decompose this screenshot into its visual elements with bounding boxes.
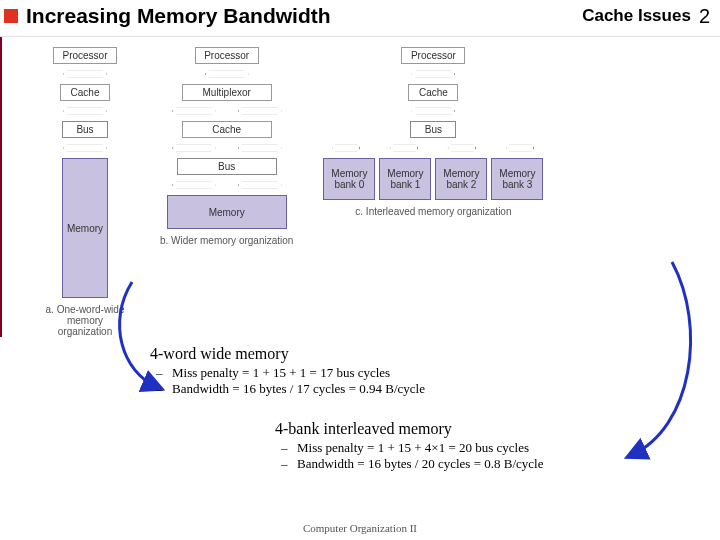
connector-icon <box>411 107 455 114</box>
bullet-icon <box>4 9 18 23</box>
connector-icon <box>506 144 534 151</box>
page-number: 2 <box>699 5 710 28</box>
section-heading: 4-word wide memory <box>150 345 590 363</box>
diagram-a: Processor Cache Bus Memory a. One-word-w… <box>40 47 130 337</box>
bus-box: Bus <box>62 121 108 138</box>
connector-icon <box>332 144 360 151</box>
cache-box: Cache <box>408 84 458 101</box>
memory-bank: Memory bank 2 <box>435 158 487 200</box>
processor-box: Processor <box>401 47 465 64</box>
diagram-c: Processor Cache Bus Memory bank 0 Memory… <box>323 47 543 217</box>
memory-bank: Memory bank 1 <box>379 158 431 200</box>
memory-bank-row: Memory bank 0 Memory bank 1 Memory bank … <box>323 158 543 200</box>
section-interleaved-memory: 4-bank interleaved memory Miss penalty =… <box>275 420 695 473</box>
connector-icon <box>411 70 455 77</box>
content-area: Processor Cache Bus Memory a. One-word-w… <box>0 37 720 337</box>
diagram-b: Processor Multiplexor Cache Bus Memory b… <box>160 47 293 246</box>
topic-label: Cache Issues <box>582 6 691 26</box>
connector-icon <box>238 107 282 114</box>
processor-box: Processor <box>195 47 259 64</box>
processor-box: Processor <box>53 47 117 64</box>
connector-icon <box>172 107 216 114</box>
connector-icon <box>63 107 107 114</box>
title-bar: Increasing Memory Bandwidth Cache Issues… <box>0 0 720 37</box>
header-right: Cache Issues 2 <box>582 5 710 28</box>
connector-icon <box>172 181 216 188</box>
multiplexor-box: Multiplexor <box>182 84 272 101</box>
bullet-item: Bandwidth = 16 bytes / 20 cycles = 0.8 B… <box>297 456 695 472</box>
section-heading: 4-bank interleaved memory <box>275 420 695 438</box>
bullet-item: Miss penalty = 1 + 15 + 1 = 17 bus cycle… <box>172 365 590 381</box>
connector-icon <box>63 144 107 151</box>
bus-box: Bus <box>177 158 277 175</box>
connector-icon <box>390 144 418 151</box>
diagram-caption: a. One-word-wide memory organization <box>40 304 130 337</box>
bus-box: Bus <box>410 121 456 138</box>
connector-icon <box>172 144 216 151</box>
page-title: Increasing Memory Bandwidth <box>26 4 582 28</box>
memory-bank: Memory bank 3 <box>491 158 543 200</box>
memory-box: Memory <box>62 158 108 298</box>
cache-box: Cache <box>182 121 272 138</box>
footer-text: Computer Organization II <box>0 522 720 534</box>
memory-box: Memory <box>167 195 287 229</box>
bullet-item: Bandwidth = 16 bytes / 17 cycles = 0.94 … <box>172 381 590 397</box>
diagram-caption: c. Interleaved memory organization <box>355 206 511 217</box>
memory-bank: Memory bank 0 <box>323 158 375 200</box>
diagram-row: Processor Cache Bus Memory a. One-word-w… <box>10 43 712 337</box>
connector-icon <box>63 70 107 77</box>
bullet-item: Miss penalty = 1 + 15 + 4×1 = 20 bus cyc… <box>297 440 695 456</box>
section-wide-memory: 4-word wide memory Miss penalty = 1 + 15… <box>150 345 590 398</box>
diagram-caption: b. Wider memory organization <box>160 235 293 246</box>
connector-icon <box>238 144 282 151</box>
connector-icon <box>448 144 476 151</box>
connector-icon <box>205 70 249 77</box>
connector-icon <box>238 181 282 188</box>
cache-box: Cache <box>60 84 110 101</box>
